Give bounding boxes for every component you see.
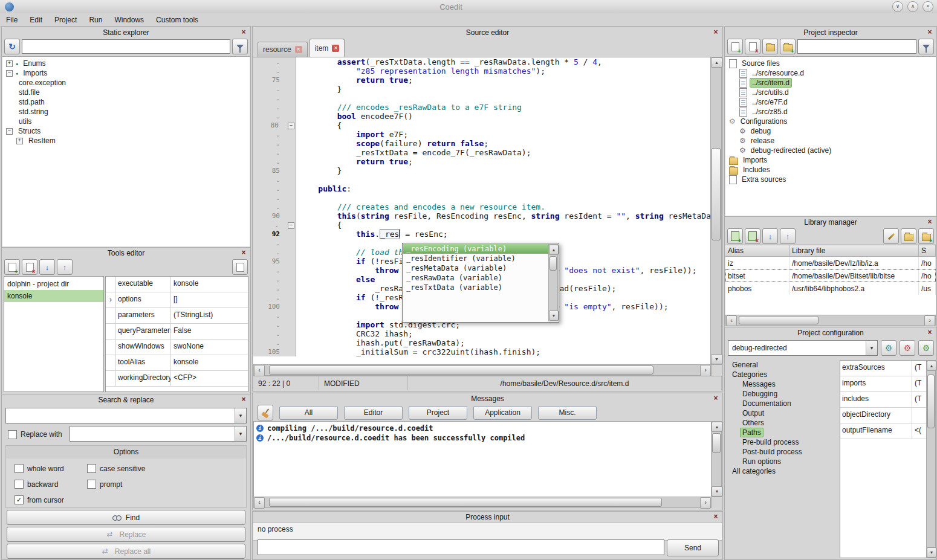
property-value[interactable]: (T [912, 392, 926, 407]
config-category-10[interactable]: Run options [726, 457, 838, 466]
property-value[interactable]: (T [912, 361, 926, 376]
messages-tab-misc[interactable]: Misc. [538, 406, 597, 420]
move-library-up-button[interactable]: ↑ [780, 228, 796, 244]
library-row-1[interactable]: bitset/home/basile/Dev/Bitset/lib/bitse/… [725, 269, 936, 282]
project-item-2[interactable]: ../src/item.d [725, 78, 936, 88]
tool-item-1[interactable]: konsole [4, 290, 103, 302]
messages-vertical-scrollbar[interactable]: ▲▼ [711, 421, 722, 497]
scroll-up-button[interactable]: ▲ [712, 422, 722, 432]
code-text[interactable]: _initialSum = crc322uint(ihash.finish); [296, 347, 540, 356]
scroll-left-button[interactable]: ‹ [254, 497, 265, 509]
property-value[interactable]: False [171, 324, 248, 339]
symbol-item-4[interactable]: std.path [2, 97, 250, 107]
move-library-down-button[interactable]: ↓ [762, 228, 778, 244]
close-panel-icon[interactable]: × [926, 27, 934, 37]
expander-icon[interactable]: − [6, 70, 13, 77]
library-column-2[interactable]: S [919, 245, 936, 256]
close-panel-icon[interactable]: × [712, 512, 720, 521]
filter-button[interactable] [232, 39, 248, 54]
project-item-4[interactable]: ../src/e7F.d [725, 97, 936, 107]
checkbox-icon[interactable] [15, 464, 24, 473]
code-text[interactable]: return true; [296, 76, 413, 85]
config-category-9[interactable]: Post-build process [726, 447, 838, 457]
library-row-0[interactable]: iz/home/basile/Dev/Iz/lib/iz.a/ho [725, 257, 936, 269]
project-item-7[interactable]: ⚙debug [725, 126, 936, 136]
code-text[interactable]: return true; [296, 157, 413, 166]
messages-tab-editor[interactable]: Editor [344, 406, 403, 420]
code-text[interactable]: else [296, 275, 375, 284]
code-text[interactable]: /// creates and encodes a new resource i… [296, 202, 545, 211]
symbol-item-7[interactable]: −Structs [2, 126, 250, 136]
messages-horizontal-scrollbar[interactable]: ‹› [253, 497, 712, 508]
symbol-item-1[interactable]: −●Imports [2, 68, 250, 78]
code-text[interactable] [296, 94, 299, 103]
scroll-down-button[interactable]: ▼ [712, 486, 722, 497]
add-config-button[interactable]: ⚙ [918, 340, 934, 356]
code-text[interactable]: public: [296, 184, 351, 193]
option-prompt[interactable]: prompt [87, 480, 238, 489]
clone-tool-button[interactable] [232, 259, 248, 275]
remove-config-button[interactable]: ⚙ [900, 340, 915, 356]
config-category-11[interactable]: All categories [726, 466, 838, 476]
property-value[interactable]: konsole [171, 277, 248, 292]
scroll-up-button[interactable]: ▲ [549, 245, 559, 255]
close-panel-icon[interactable]: × [239, 394, 248, 404]
replace-with-option[interactable]: Replace with [8, 428, 62, 441]
config-category-3[interactable]: Debugging [726, 389, 838, 399]
code-text[interactable]: scope(failure) return false; [296, 139, 488, 148]
process-input-field[interactable] [258, 539, 664, 555]
tab-close-icon[interactable]: × [295, 46, 302, 53]
property-value[interactable]: <( [912, 423, 926, 439]
library-column-1[interactable]: Library file [789, 245, 919, 256]
symbol-item-6[interactable]: utils [2, 117, 250, 126]
add-library-button[interactable] [727, 228, 743, 244]
project-item-5[interactable]: ../src/z85.d [725, 107, 936, 117]
project-item-0[interactable]: Source files [725, 59, 936, 68]
add-source-button[interactable] [727, 39, 743, 54]
scrollbar-thumb[interactable] [550, 256, 557, 271]
symbol-item-5[interactable]: std.string [2, 107, 250, 117]
library-horizontal-scrollbar[interactable]: ‹› [725, 315, 936, 326]
scroll-down-button[interactable]: ▼ [711, 354, 722, 364]
project-filter-input[interactable] [797, 39, 916, 54]
symbol-item-8[interactable]: +ResItem [2, 136, 250, 146]
scrollbar-track[interactable] [712, 432, 721, 486]
fold-marker-icon[interactable]: − [288, 222, 294, 229]
dropdown-icon[interactable]: ▾ [235, 408, 246, 423]
scrollbar-track[interactable] [927, 371, 935, 547]
property-value[interactable]: (T [912, 376, 926, 391]
editor-tab-resource[interactable]: resource× [258, 42, 308, 57]
option-whole-word[interactable]: whole word [15, 464, 87, 473]
code-text[interactable]: { [296, 121, 342, 130]
close-panel-icon[interactable]: × [239, 248, 248, 257]
code-text[interactable] [296, 311, 299, 320]
scroll-up-button[interactable]: ▲ [711, 57, 722, 68]
scrollbar-track[interactable] [711, 68, 721, 354]
symbol-item-3[interactable]: std.file [2, 88, 250, 97]
completion-scrollbar[interactable]: ▲▼ [548, 244, 558, 321]
menu-item-custom-tools[interactable]: Custom tools [150, 13, 204, 26]
menu-item-project[interactable]: Project [48, 13, 83, 26]
scroll-up-button[interactable]: ▲ [927, 361, 936, 371]
dropdown-icon[interactable]: ▾ [235, 426, 246, 441]
remove-source-button[interactable] [745, 39, 760, 54]
property-value[interactable]: swoNone [171, 340, 248, 355]
scrollbar-track[interactable] [549, 255, 557, 311]
project-item-6[interactable]: ⚙Configurations [725, 117, 936, 126]
remove-tool-button[interactable] [22, 259, 37, 275]
messages-tab-project[interactable]: Project [409, 406, 467, 420]
code-text[interactable]: assert(_resTxtData.length == _resRawData… [296, 57, 602, 66]
config-category-8[interactable]: Pre-build process [726, 437, 838, 447]
move-tool-down-button[interactable]: ↓ [39, 259, 55, 275]
close-panel-icon[interactable]: × [239, 27, 248, 37]
checkbox-icon[interactable] [15, 480, 24, 489]
fold-marker-icon[interactable]: − [288, 123, 294, 129]
library-row-2[interactable]: phobos/usr/lib64/libphobos2.a/us [725, 282, 936, 295]
property-value[interactable]: konsole [171, 355, 248, 370]
scrollbar-thumb[interactable] [712, 433, 721, 454]
option-case-sensitive[interactable]: case sensitive [87, 464, 238, 473]
config-category-4[interactable]: Documentation [726, 399, 838, 408]
project-item-10[interactable]: Imports [725, 155, 936, 165]
expander-icon[interactable]: + [6, 60, 13, 67]
completion-item-3[interactable]: _resRawData (variable) [403, 273, 549, 283]
